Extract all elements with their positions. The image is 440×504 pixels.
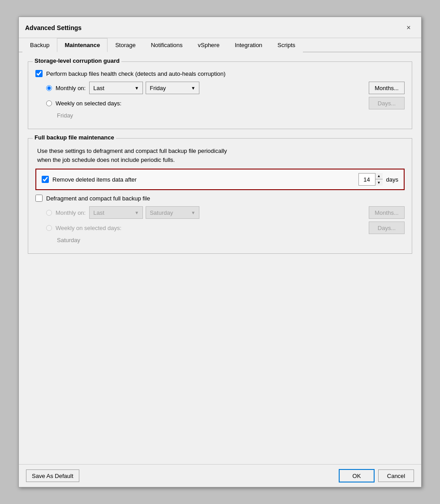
monthly-weekday-dropdown[interactable]: Friday ▼ [146, 82, 199, 94]
monthly-radio[interactable] [46, 85, 52, 91]
defrag-day-arrow-icon: ▼ [134, 210, 139, 215]
dialog-title: Advanced Settings [25, 24, 82, 31]
cancel-button[interactable]: Cancel [378, 469, 414, 482]
health-check-label: Perform backup files health check (detec… [46, 70, 225, 77]
dialog-footer: Save As Default OK Cancel [19, 464, 421, 487]
storage-corruption-title: Storage-level corruption guard [33, 57, 121, 64]
monthly-day-arrow-icon: ▼ [134, 86, 139, 91]
remove-deleted-checkbox[interactable] [42, 176, 49, 183]
health-check-row: Perform backup files health check (detec… [35, 70, 405, 77]
defrag-monthly-day-value: Last [93, 209, 104, 216]
defrag-label: Defragment and compact full backup file [46, 195, 150, 202]
monthly-day-value: Last [93, 85, 104, 91]
defrag-monthly-weekday-value: Saturday [150, 209, 173, 216]
full-backup-section: Full backup file maintenance Use these s… [28, 138, 412, 254]
defrag-row: Defragment and compact full backup file [35, 195, 405, 202]
monthly-label: Monthly on: [56, 85, 86, 91]
close-button[interactable]: × [402, 22, 415, 34]
spin-down-button[interactable]: ▼ [375, 179, 383, 186]
days-spinbox: 14 ▲ ▼ [358, 173, 381, 186]
days-button[interactable]: Days... [369, 97, 405, 109]
advanced-settings-dialog: Advanced Settings × Backup Maintenance S… [18, 17, 422, 487]
main-content: Storage-level corruption guard Perform b… [19, 52, 421, 464]
weekly-on-row: Weekly on selected days: Days... [46, 97, 405, 109]
tabs-bar: Backup Maintenance Storage Notifications… [19, 38, 421, 52]
save-default-button[interactable]: Save As Default [26, 469, 79, 482]
monthly-weekday-value: Friday [150, 85, 166, 91]
months-button[interactable]: Months... [369, 82, 405, 94]
weekly-label: Weekly on selected days: [56, 100, 121, 107]
defrag-monthly-weekday-dropdown: Saturday ▼ [146, 206, 199, 219]
spin-up-button[interactable]: ▲ [375, 173, 383, 179]
title-bar: Advanced Settings × [19, 17, 421, 38]
tab-storage[interactable]: Storage [108, 38, 143, 52]
defrag-days-button: Days... [369, 222, 405, 234]
defrag-weekly-radio[interactable] [46, 225, 52, 231]
weekly-sub-label: Friday [57, 112, 405, 119]
tab-scripts[interactable]: Scripts [270, 38, 303, 52]
tab-notifications[interactable]: Notifications [143, 38, 190, 52]
full-backup-content: Use these settings to defragment and com… [35, 147, 405, 243]
health-check-checkbox[interactable] [35, 70, 43, 77]
monthly-on-row: Monthly on: Last ▼ Friday ▼ Months... [46, 82, 405, 94]
defrag-monthly-radio[interactable] [46, 210, 52, 216]
remove-deleted-label: Remove deleted items data after [52, 176, 137, 183]
days-label: days [386, 176, 398, 183]
monthly-weekday-arrow-icon: ▼ [191, 86, 195, 91]
defrag-weekly-sub-label: Saturday [57, 237, 405, 243]
storage-corruption-content: Perform backup files health check (detec… [35, 70, 405, 119]
tab-vsphere[interactable]: vSphere [190, 38, 227, 52]
tab-integration[interactable]: Integration [227, 38, 270, 52]
days-input[interactable]: 14 [359, 174, 375, 185]
defrag-monthly-day-dropdown: Last ▼ [89, 206, 143, 219]
defrag-monthly-label: Monthly on: [56, 209, 86, 216]
defrag-weekday-arrow-icon: ▼ [191, 210, 195, 215]
spin-arrows: ▲ ▼ [375, 173, 383, 186]
defrag-monthly-row: Monthly on: Last ▼ Saturday ▼ Months... [46, 206, 405, 219]
weekly-radio[interactable] [46, 100, 52, 106]
monthly-day-dropdown[interactable]: Last ▼ [89, 82, 143, 94]
defrag-weekly-label: Weekly on selected days: [56, 225, 121, 231]
defrag-months-button: Months... [369, 206, 405, 219]
defrag-checkbox[interactable] [35, 195, 43, 202]
ok-button[interactable]: OK [339, 469, 375, 482]
defrag-weekly-row: Weekly on selected days: Days... [46, 222, 405, 234]
remove-deleted-box: Remove deleted items data after 14 ▲ ▼ d… [35, 169, 405, 190]
tab-maintenance[interactable]: Maintenance [57, 38, 108, 52]
storage-corruption-section: Storage-level corruption guard Perform b… [28, 61, 412, 129]
full-backup-title: Full backup file maintenance [33, 134, 116, 141]
full-backup-description: Use these settings to defragment and com… [37, 147, 405, 164]
tab-backup[interactable]: Backup [22, 38, 57, 52]
